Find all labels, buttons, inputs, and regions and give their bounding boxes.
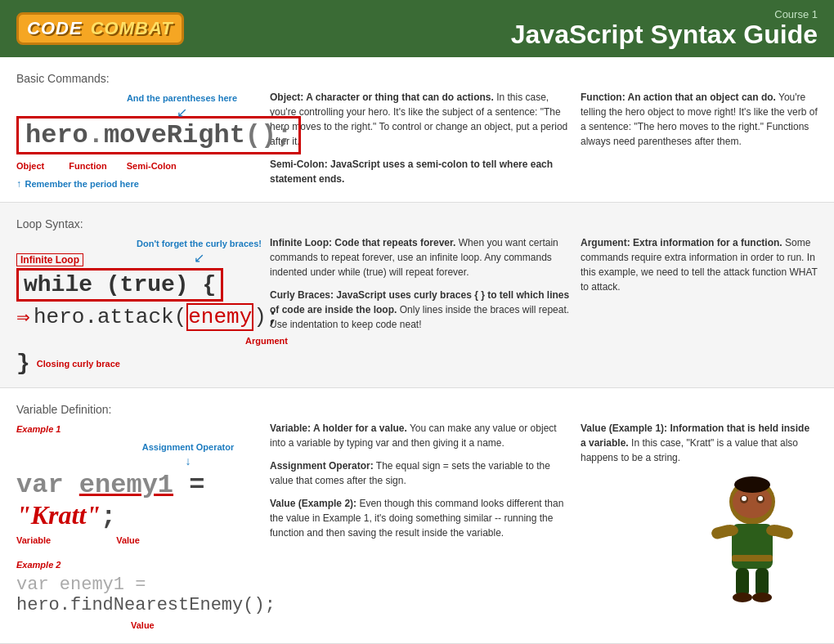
vardef-ex1-label-area: Example 1	[16, 421, 262, 436]
code-dot1: .	[88, 120, 104, 150]
header-guide-title: JavaScript Syntax Guide	[511, 20, 818, 49]
vardef-ex1-label: Example 1	[16, 424, 61, 434]
vardef-code-line: var enemy1 = "Kratt";	[16, 470, 262, 532]
vardef-ex2-area: Example 2 var enemy1 = hero.findNearestE…	[16, 557, 262, 632]
assign-explain-title: Assignment Operator:	[270, 460, 374, 472]
label-semicolon: Semi-Colon	[127, 161, 177, 171]
code-moveright: moveRight	[104, 120, 245, 150]
remember-period-text: Remember the period here	[25, 179, 138, 189]
svg-point-13	[752, 593, 772, 602]
loop-mid-col: Infinite Loop: Code that repeats forever…	[270, 235, 581, 376]
function-explain: Function: An action that an object can d…	[581, 90, 818, 149]
section-vardef: Variable Definition: Example 1 Assignmen…	[0, 388, 834, 644]
logo-container: CODE COMBAT	[16, 12, 184, 45]
vardef-value2-label: Value	[131, 620, 155, 630]
value-ex1-explain: Value (Example 1): Information that is h…	[581, 421, 818, 465]
semicolon-explain-section: Semi-Colon: JavaScript uses a semi-colon…	[270, 157, 572, 186]
curly-explain-section: Curly Braces: JavaScript uses curly brac…	[270, 288, 572, 332]
label-semicolon-area: Semi-Colon	[127, 158, 177, 172]
loop-code-area: Infinite Loop Don't forget the curly bra…	[16, 235, 262, 376]
loop-closing-label: Closing curly brace	[37, 359, 120, 369]
vardef-equals: =	[173, 470, 204, 500]
assign-op-annotation: Assignment Operator ↓	[114, 439, 262, 468]
code-hero: hero	[25, 120, 88, 150]
curly-explain: Curly Braces: JavaScript uses curly brac…	[270, 288, 572, 332]
code-paren: ()	[245, 120, 276, 150]
loop-closing-brace: }	[16, 351, 30, 376]
basic-code-text: hero.moveRight();	[25, 120, 292, 150]
basic-mid-col: Object: A character or thing that can do…	[270, 90, 581, 190]
svg-point-5	[758, 496, 763, 501]
infinite-loop-explain-title: Infinite Loop: Code that repeats forever…	[270, 237, 455, 248]
curly-annotation-text: Don't forget the curly braces!	[137, 239, 262, 248]
logo-separator	[84, 18, 89, 39]
vardef-name: enemy1	[79, 470, 173, 500]
loop-argument-text: Argument	[245, 336, 288, 346]
svg-rect-11	[756, 568, 769, 597]
assign-explain: Assignment Operator: The equal sign = se…	[270, 458, 572, 488]
svg-point-12	[733, 593, 752, 602]
infinite-loop-explain: Infinite Loop: Code that repeats forever…	[270, 235, 572, 280]
svg-point-15	[766, 525, 782, 536]
loop-line2-area: ⇒ hero.attack(enemy);	[16, 303, 262, 331]
section-loop: Loop Syntax: Infinite Loop Don't forget …	[0, 203, 834, 388]
loop-line1-box: while (true) {	[16, 268, 223, 302]
loop-line2-end: );	[253, 305, 279, 329]
function-explain-title: Function: An action that an object can d…	[581, 92, 776, 103]
curly-arrow: ↙	[137, 250, 262, 266]
vardef-code2-line: var enemy1 = hero.findNearestEnemy();	[16, 575, 262, 615]
vardef-code-col: Example 1 Assignment Operator ↓ var enem…	[16, 421, 270, 632]
assign-op-arrow-icon: ↓	[186, 454, 191, 467]
svg-rect-10	[736, 568, 749, 597]
basic-labels-row: Object Function Semi-Colon	[16, 158, 262, 172]
label-function-area: Function	[69, 158, 106, 172]
remember-period-area: ↑ Remember the period here	[16, 176, 262, 190]
loop-closing-area: } Closing curly brace	[16, 351, 262, 376]
character-illustration	[687, 473, 818, 620]
vardef-label-value: Value	[116, 535, 140, 545]
vardef-value2-label-area: Value	[131, 617, 262, 632]
section-basic-inner: And the parentheses here ↙ hero.moveRigh…	[16, 90, 818, 190]
vardef-label-row: Variable Value	[16, 535, 262, 545]
label-object: Object	[16, 161, 44, 171]
section-vardef-title: Variable Definition:	[16, 403, 818, 416]
logo-badge: CODE COMBAT	[16, 12, 184, 45]
vardef-mid-col: Variable: A holder for a value. You can …	[270, 421, 581, 632]
assign-op-text: Assignment Operator	[142, 442, 234, 452]
argument-explain: Argument: Extra information for a functi…	[581, 235, 818, 294]
arrow-down-paren: ↙	[127, 105, 237, 120]
curly-annotation-area: Don't forget the curly braces! ↙	[137, 235, 262, 266]
label-object-area: Object	[16, 158, 44, 172]
basic-code-box: hero.moveRight();	[16, 116, 301, 154]
vardef-ex2-label: Example 2	[16, 560, 61, 570]
svg-point-16	[734, 476, 770, 493]
character-area	[581, 473, 818, 620]
loop-line2-code: hero.attack(	[34, 305, 186, 329]
assign-explain-section: Assignment Operator: The equal sign = se…	[270, 458, 572, 488]
semicolon-explain: Semi-Colon: JavaScript uses a semi-colon…	[270, 157, 572, 186]
svg-point-4	[742, 496, 747, 501]
section-loop-title: Loop Syntax:	[16, 217, 818, 230]
curly-arrow-icon: ↙	[194, 251, 204, 265]
value-ex2-explain-title: Value (Example 2):	[270, 498, 356, 509]
loop-line1-code: while (true) {	[24, 272, 216, 297]
vardef-value: "Kratt"	[16, 500, 101, 530]
logo-code: CODE	[27, 18, 83, 39]
header-title-area: Course 1 JavaScript Syntax Guide	[511, 8, 818, 49]
value-ex2-explain-section: Value (Example 2): Even though this comm…	[270, 496, 572, 540]
vardef-code2-fn: hero.findNearestEnemy();	[16, 595, 276, 615]
semicolon-explain-title: Semi-Colon: JavaScript uses a semi-colon…	[270, 159, 553, 185]
vardef-var-kw: var	[16, 470, 79, 500]
label-function: Function	[69, 161, 106, 171]
basic-right-col: Function: An action that an object can d…	[581, 90, 818, 190]
arrow-paren-icon: ↙	[177, 105, 187, 119]
section-loop-inner: Infinite Loop Don't forget the curly bra…	[16, 235, 818, 376]
value-ex2-explain: Value (Example 2): Even though this comm…	[270, 496, 572, 540]
loop-argument-label: Argument	[16, 333, 262, 347]
section-basic-title: Basic Commands:	[16, 72, 818, 85]
loop-code-col: Infinite Loop Don't forget the curly bra…	[16, 235, 270, 376]
header: CODE COMBAT Course 1 JavaScript Syntax G…	[0, 0, 834, 57]
svg-rect-9	[732, 555, 773, 561]
variable-explain: Variable: A holder for a value. You can …	[270, 421, 572, 450]
vardef-code2-var: var enemy1 =	[16, 575, 146, 595]
